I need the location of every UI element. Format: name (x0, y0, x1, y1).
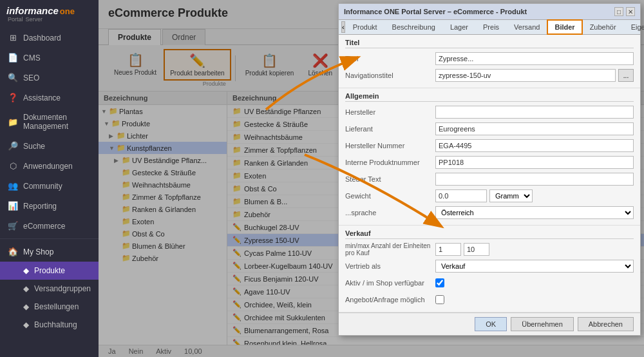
sidebar-sub-item-produkte[interactable]: ◆ Produkte (0, 262, 99, 280)
sidebar-item-suche[interactable]: 🔎 Suche (0, 136, 99, 156)
myshop-icon: 🏠 (8, 247, 18, 256)
versandgruppen-diamond-icon: ◆ (23, 284, 29, 293)
abbrechen-button[interactable]: Abbrechen (578, 317, 634, 331)
modal-section-verkauf: Verkauf min/max Anzahl der Einheiten pro… (339, 226, 640, 313)
sidebar-item-dokumente[interactable]: 📁 Dokumenten Management (0, 108, 99, 136)
sidebar-item-myshop[interactable]: 🏠 My Shop (0, 242, 99, 262)
ok-button[interactable]: OK (475, 317, 507, 331)
anwendungen-icon: ⬡ (8, 161, 18, 171)
form-value (435, 243, 634, 256)
modal: Informance ONE Portal Server – eCommerce… (338, 3, 641, 336)
sidebar-item-seo[interactable]: 🔍 SEO (0, 68, 99, 88)
uebernehmen-button[interactable]: Übernehmen (511, 317, 574, 331)
form-row-hersteller-nr: Hersteller Nummer (345, 139, 634, 153)
form-label: Hersteller Nummer (345, 142, 435, 150)
titel-input[interactable] (435, 52, 634, 65)
lieferant-input[interactable] (435, 122, 634, 135)
sidebar-item-reporting[interactable]: 📊 Reporting (0, 196, 99, 216)
nav-extra-button[interactable]: ... (618, 69, 634, 82)
modal-footer: OK Übernehmen Abbrechen (339, 313, 640, 335)
hersteller-nr-input[interactable] (435, 139, 634, 152)
modal-tab-produkt[interactable]: Produkt (346, 20, 384, 34)
hersteller-input[interactable] (435, 106, 634, 119)
form-row-nav: Navigationstitel ... (345, 68, 634, 82)
form-label: Gewicht (345, 192, 435, 200)
seo-icon: 🔍 (8, 73, 18, 82)
form-row-gewicht: Gewicht Gramm (345, 189, 634, 203)
sidebar-item-label: eCommerce (23, 222, 65, 231)
sidebar-sub-label: Buchhaltung (34, 320, 77, 329)
vertrieb-select[interactable]: Verkauf (435, 260, 634, 273)
form-value (435, 122, 634, 135)
sidebar-item-cms[interactable]: 📄 CMS (0, 48, 99, 68)
logo-main-text: informance (6, 5, 59, 16)
modal-tabs: ‹ Produkt Beschreibung Lager Preis Versa… (339, 20, 640, 35)
sidebar-sub-item-bestellungen[interactable]: ◆ Bestellungen (0, 298, 99, 316)
form-label: Angebot/Anfrage möglich (345, 296, 435, 304)
modal-tab-lager[interactable]: Lager (443, 20, 475, 34)
sidebar-myshop-label: My Shop (23, 247, 53, 256)
navigationstitel-input[interactable] (435, 69, 616, 82)
sidebar-item-label: Suche (23, 142, 45, 151)
modal-tab-beschreibung[interactable]: Beschreibung (385, 20, 442, 34)
logo-one-text: one (60, 6, 75, 16)
modal-tab-bilder[interactable]: Bilder (547, 20, 582, 34)
produkte-diamond-icon: ◆ (23, 266, 29, 275)
sidebar-item-ecommerce[interactable]: 🛒 eCommerce (0, 216, 99, 236)
section-title-allgemein: Allgemein (345, 92, 634, 102)
section-title-titel: Titel (345, 39, 634, 48)
modal-tab-zubehoer[interactable]: Zubehör (583, 20, 623, 34)
modal-maximize-button[interactable]: □ (614, 7, 623, 16)
form-value (435, 173, 634, 186)
sidebar-item-label: Assistance (23, 93, 61, 102)
interne-nr-input[interactable] (435, 156, 634, 169)
form-value: Verkauf (435, 260, 634, 273)
modal-tab-versand[interactable]: Versand (507, 20, 547, 34)
gewicht-input[interactable] (435, 189, 487, 202)
main-area: eCommerce Produkte Produkte Ordner 📋 Neu… (99, 0, 644, 357)
form-label: Aktiv / im Shop verfügbar (345, 279, 435, 287)
max-input[interactable] (464, 243, 489, 256)
form-value (435, 278, 634, 287)
sidebar-item-assistance[interactable]: ❓ Assistance (0, 88, 99, 108)
form-row-minmax: min/max Anzahl der Einheiten pro Kauf (345, 242, 634, 256)
modal-prev-button[interactable]: ‹ (341, 21, 345, 33)
sidebar-sub-label: Produkte (34, 266, 65, 275)
angebot-checkbox[interactable] (435, 295, 444, 304)
form-label: Vertrieb als (345, 262, 435, 270)
cms-icon: 📄 (8, 53, 18, 63)
assistance-icon: ❓ (8, 93, 18, 102)
form-value (435, 156, 634, 169)
community-icon: 👥 (8, 181, 18, 191)
sidebar-sub-item-versandgruppen[interactable]: ◆ Versandgruppen (0, 280, 99, 298)
form-row-steuer: Steuer Text (345, 172, 634, 186)
modal-content: Titel Titel Navigationstitel ... (339, 35, 640, 313)
sidebar-sub-item-buchhaltung[interactable]: ◆ Buchhaltung (0, 316, 99, 334)
modal-overlay: Informance ONE Portal Server – eCommerce… (99, 0, 644, 357)
form-value: Österreich (435, 206, 634, 219)
sidebar-item-anwendungen[interactable]: ⬡ Anwendungen (0, 156, 99, 176)
form-value (435, 295, 634, 304)
sidebar-item-community[interactable]: 👥 Community (0, 176, 99, 196)
sidebar-item-dashboard[interactable]: ⊞ Dashboard (0, 28, 99, 48)
steuer-input[interactable] (435, 173, 634, 186)
modal-tab-preis[interactable]: Preis (476, 20, 506, 34)
min-input[interactable] (435, 243, 461, 256)
sidebar-item-label: Dokumenten Management (23, 113, 91, 131)
sidebar-sub-label: Versandgruppen (34, 284, 91, 293)
reporting-icon: 📊 (8, 201, 18, 211)
form-row-hersteller: Hersteller (345, 105, 634, 119)
form-label: Steuer Text (345, 175, 435, 183)
aktiv-checkbox[interactable] (435, 278, 444, 287)
modal-close-button[interactable]: ✕ (626, 7, 635, 16)
sprache-select[interactable]: Österreich (435, 206, 634, 219)
section-title-verkauf: Verkauf (345, 229, 634, 239)
sidebar-item-label: Dashboard (23, 34, 61, 43)
modal-section-allgemein: Allgemein Hersteller Lieferant (339, 88, 640, 226)
modal-tab-eigenschaften[interactable]: Eigenschaften (624, 20, 644, 34)
modal-section-titel: Titel Titel Navigationstitel ... (339, 35, 640, 88)
logo-server: Server (26, 16, 43, 23)
form-value (435, 106, 634, 119)
gewicht-unit-select[interactable]: Gramm (489, 189, 533, 202)
form-label: ...sprache (345, 209, 435, 217)
